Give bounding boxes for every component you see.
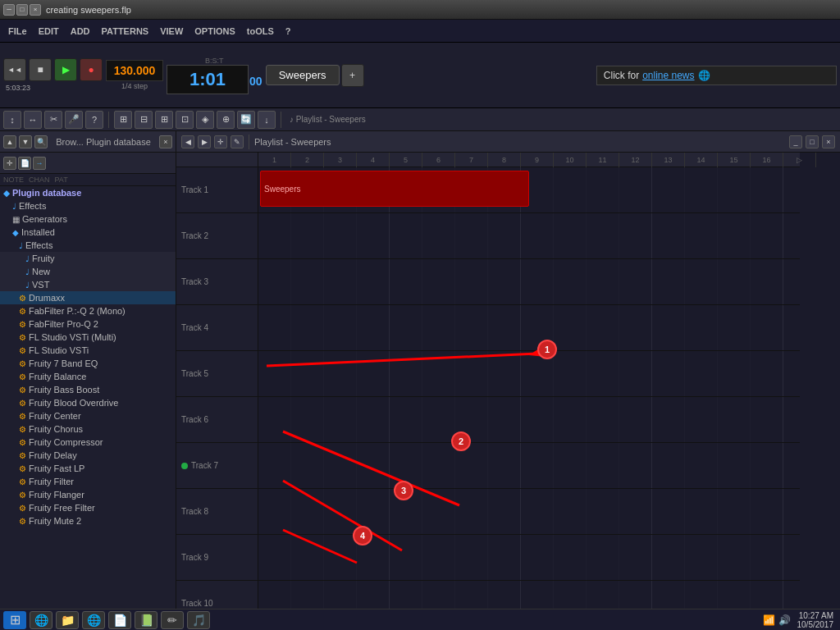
cell-5-6[interactable]	[422, 351, 455, 396]
minimize-button[interactable]: ─	[3, 4, 15, 16]
bpm-display[interactable]: 130.000	[106, 60, 163, 81]
panel-down-button[interactable]: ▼	[19, 135, 32, 148]
tree-fruity-freefilter[interactable]: ⚙ Fruity Free Filter	[0, 501, 176, 514]
cell-6-15[interactable]	[718, 397, 751, 442]
tree-fl-vsti[interactable]: ⚙ FL Studio VSTi	[0, 344, 176, 357]
cell-6-10[interactable]	[554, 397, 587, 442]
panel-search-button[interactable]: 🔍	[34, 135, 48, 148]
cell-8-7[interactable]	[455, 489, 488, 534]
menu-help[interactable]: ?	[281, 24, 296, 39]
cell-5-8[interactable]	[488, 351, 521, 396]
cell-7-4[interactable]	[357, 443, 390, 488]
cell-5-7[interactable]	[455, 351, 488, 396]
tree-fruity-mute2[interactable]: ⚙ Fruity Mute 2	[0, 514, 176, 527]
cell-5-14[interactable]	[685, 351, 718, 396]
cell-8-6[interactable]	[422, 489, 455, 534]
cell-2-15[interactable]	[718, 213, 751, 258]
toolbar-btn-13[interactable]: ↓	[258, 111, 276, 129]
menu-file[interactable]: FILe	[3, 24, 32, 39]
cell-7-12[interactable]	[619, 443, 652, 488]
cell-6-6[interactable]	[422, 397, 455, 442]
tree-effects-1[interactable]: ♩ Effects	[0, 199, 176, 212]
cell-6-13[interactable]	[652, 397, 685, 442]
toolbar-btn-2[interactable]: ↔	[24, 111, 42, 129]
menu-edit[interactable]: EDIT	[34, 24, 64, 39]
track-label-5[interactable]: Track 5	[176, 351, 258, 397]
close-button[interactable]: ×	[30, 4, 41, 16]
cell-3-3[interactable]	[324, 259, 357, 304]
cell-10-16[interactable]	[751, 581, 783, 609]
cell-6-2[interactable]	[291, 397, 324, 442]
cell-9-9[interactable]	[521, 535, 554, 580]
track-label-10[interactable]: Track 10	[176, 581, 258, 609]
cell-10-13[interactable]	[652, 581, 685, 609]
cell-5-12[interactable]	[619, 351, 652, 396]
cell-3-9[interactable]	[521, 259, 554, 304]
tree-fruity-bassboost[interactable]: ⚙ Fruity Bass Boost	[0, 383, 176, 396]
cell-10-3[interactable]	[324, 581, 357, 609]
cell-7-13[interactable]	[652, 443, 685, 488]
tree-fruity-7band[interactable]: ⚙ Fruity 7 Band EQ	[0, 357, 176, 370]
grid-row-10[interactable]	[258, 581, 800, 609]
panel-up-button[interactable]: ▲	[3, 135, 16, 148]
toolbar-btn-10[interactable]: ◈	[196, 111, 214, 129]
cell-9-7[interactable]	[455, 535, 488, 580]
sweepers-pattern-block[interactable]: Sweepers	[260, 171, 529, 207]
cell-10-14[interactable]	[685, 581, 718, 609]
track-label-3[interactable]: Track 3	[176, 259, 258, 305]
tree-fruity-fastlp[interactable]: ⚙ Fruity Fast LP	[0, 462, 176, 475]
cell-8-2[interactable]	[291, 489, 324, 534]
cell-8-3[interactable]	[324, 489, 357, 534]
cell-5-1[interactable]	[258, 351, 291, 396]
grid-row-8[interactable]	[258, 489, 800, 535]
cell-5-2[interactable]	[291, 351, 324, 396]
cell-7-9[interactable]	[521, 443, 554, 488]
toolbar-btn-9[interactable]: ⊡	[176, 111, 194, 129]
cell-4-14[interactable]	[685, 305, 718, 350]
cell-8-12[interactable]	[619, 489, 652, 534]
taskbar-filezilla-button[interactable]: 📗	[135, 611, 158, 629]
cell-10-4[interactable]	[357, 581, 390, 609]
record-button[interactable]: ●	[80, 58, 103, 81]
tree-effects-2[interactable]: ♩ Effects	[0, 239, 176, 252]
cell-6-11[interactable]	[587, 397, 619, 442]
track-label-6[interactable]: Track 6	[176, 397, 258, 443]
cell-7-16[interactable]	[751, 443, 783, 488]
cell-3-16[interactable]	[751, 259, 783, 304]
news-link[interactable]: online news	[642, 70, 694, 81]
cell-7-6[interactable]	[422, 443, 455, 488]
tree-fruity-flanger[interactable]: ⚙ Fruity Flanger	[0, 488, 176, 501]
cell-10-10[interactable]	[554, 581, 587, 609]
tree-fruity-balance[interactable]: ⚙ Fruity Balance	[0, 370, 176, 383]
tree-fruity-center[interactable]: ⚙ Fruity Center	[0, 409, 176, 422]
cell-5-4[interactable]	[357, 351, 390, 396]
cell-8-11[interactable]	[587, 489, 619, 534]
cell-6-4[interactable]	[357, 397, 390, 442]
cell-2-10[interactable]	[554, 213, 587, 258]
cell-10-6[interactable]	[422, 581, 455, 609]
cell-7-11[interactable]	[587, 443, 619, 488]
cell-6-1[interactable]	[258, 397, 291, 442]
grid-row-7[interactable]	[258, 443, 800, 489]
tree-drumaxx[interactable]: ⚙ Drumaxx	[0, 291, 176, 304]
cell-2-6[interactable]	[422, 213, 455, 258]
cell-4-6[interactable]	[422, 305, 455, 350]
taskbar-editplus-button[interactable]: ✏	[161, 611, 184, 629]
cell-2-2[interactable]	[291, 213, 324, 258]
tree-installed[interactable]: ◆ Installed	[0, 226, 176, 239]
tree-fruity-folder[interactable]: ♩ Fruity	[0, 252, 176, 265]
cell-10-7[interactable]	[455, 581, 488, 609]
panel-tree[interactable]: ◆ Plugin database ♩ Effects ▦ Generators…	[0, 186, 176, 609]
grid-row-4[interactable]	[258, 305, 800, 351]
cell-2-14[interactable]	[685, 213, 718, 258]
cell-7-10[interactable]	[554, 443, 587, 488]
cell-2-16[interactable]	[751, 213, 783, 258]
cell-10-12[interactable]	[619, 581, 652, 609]
track-label-8[interactable]: Track 8	[176, 489, 258, 535]
cell-9-13[interactable]	[652, 535, 685, 580]
cell-3-13[interactable]	[652, 259, 685, 304]
cell-10-1[interactable]	[258, 581, 291, 609]
cell-8-15[interactable]	[718, 489, 751, 534]
cell-10-15[interactable]	[718, 581, 751, 609]
cell-8-14[interactable]	[685, 489, 718, 534]
